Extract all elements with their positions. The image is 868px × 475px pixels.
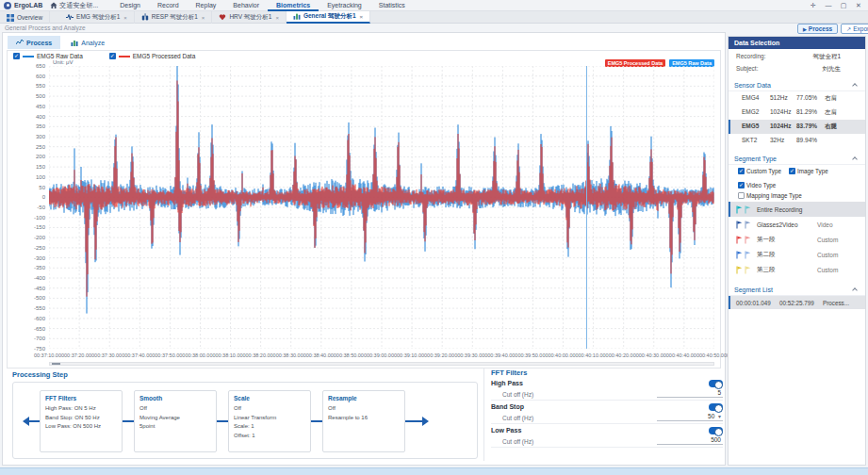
sensor-location: 右肩 — [825, 94, 853, 103]
segment-row-4[interactable]: 第三段Custom — [729, 262, 865, 277]
close-icon[interactable]: ✕ — [851, 0, 866, 10]
filter-custom-type[interactable]: ✓Custom Type — [738, 168, 781, 174]
pin-icon[interactable]: ✛ — [806, 0, 821, 10]
x-tick-label: 00:37:10.000 — [33, 352, 65, 358]
x-tick-label: 00:38:00.000 — [184, 352, 216, 358]
toggle-on-switch[interactable] — [709, 403, 723, 411]
filter-label: Image Type — [797, 168, 828, 174]
segment-type-title: Segment Type — [734, 156, 777, 162]
segment-row-3[interactable]: 第二段Custom — [729, 247, 865, 262]
checkbox-icon[interactable]: ✓ — [13, 53, 20, 59]
checkbox-icon[interactable]: ✓ — [738, 182, 745, 188]
segment-list-header[interactable]: Segment List — [729, 283, 865, 296]
processing-card-resample[interactable]: ResampleOffResample to 16 — [322, 390, 405, 452]
processing-card-line: High Pass: ON 5 Hz — [45, 404, 117, 414]
processing-card-title: Smooth — [139, 395, 211, 401]
minimize-icon[interactable]: — — [821, 0, 836, 10]
segment-type-header[interactable]: Segment Type — [729, 152, 865, 165]
cutoff-value-input[interactable]: 500 — [657, 436, 723, 445]
flow-line — [123, 420, 134, 422]
data-selection-header: Data Selection — [729, 37, 865, 49]
menu-item-statistics[interactable]: Statistics — [370, 0, 414, 11]
checkbox-icon[interactable]: ✓ — [789, 168, 795, 174]
toggle-on-switch[interactable] — [709, 427, 723, 434]
tab-label: General 驾驶分析1 — [303, 12, 356, 21]
processing-card-smooth[interactable]: SmoothOffMoving Average5point — [134, 390, 217, 452]
ergolab-window: ErgoLAB 交通安全研... DesignRecordReplayBehav… — [0, 0, 868, 475]
tab-hrv[interactable]: HRV 驾驶分析1× — [212, 11, 287, 24]
cutoff-value-input[interactable]: 5 — [657, 389, 723, 398]
menu-item-design[interactable]: Design — [111, 0, 149, 11]
selected-indicator — [729, 296, 730, 309]
processing-card-line: Off — [139, 404, 211, 414]
toggle-on-switch[interactable] — [709, 380, 723, 387]
sensor-row-emg4[interactable]: EMG4512Hz77.05%右肩 — [729, 91, 865, 106]
y-tick-label: 300 — [9, 134, 45, 139]
menu-item-behavior[interactable]: Behavior — [224, 0, 268, 11]
chart-horizontal-scrollbar[interactable] — [49, 362, 714, 366]
segment-row-0[interactable]: Entire Recording — [729, 202, 865, 217]
tab-resp[interactable]: RESP 驾驶分析1× — [135, 11, 213, 24]
fft-filter-name: Band Stop — [491, 403, 723, 410]
export-button[interactable]: ↗ Export — [841, 24, 868, 34]
y-tick-label: 550 — [9, 83, 45, 89]
tab-general[interactable]: General 驾驶分析1× — [287, 11, 370, 24]
process-panel: Process Analyze ✓EMG5 Raw Data✓EMG5 Proc… — [2, 32, 726, 466]
tab-overview[interactable]: Overview — [0, 11, 50, 24]
scrollbar-handle[interactable] — [52, 363, 60, 365]
tab-close-icon[interactable]: × — [360, 14, 364, 20]
tab-close-icon[interactable]: × — [275, 15, 279, 21]
menu-item-biometrics[interactable]: Biometrics — [268, 0, 319, 11]
segment-label: Entire Recording — [757, 206, 817, 213]
subject-row: Subject: 刘先生 — [729, 63, 865, 75]
sensor-row-emg2[interactable]: EMG21024Hz81.29%左肩 — [729, 106, 865, 120]
maximize-icon[interactable]: ▢ — [836, 0, 851, 10]
legend-line-sample — [119, 56, 130, 57]
segment-type-list: Entire RecordingGlasses2VideoVideo第一段Cus… — [729, 202, 865, 277]
tab-analyze[interactable]: Analyze — [62, 36, 113, 49]
processing-card-fft-filters[interactable]: FFT FiltersHigh Pass: ON 5 HzBand Stop: … — [40, 390, 123, 452]
fft-group-high-pass: High PassCut off (Hz)5 — [491, 377, 723, 401]
processing-card-line: Offset: 1 — [234, 432, 305, 441]
menu-item-eyetracking[interactable]: Eyetracking — [319, 0, 370, 11]
x-tick-label: 00:37:50.000 — [154, 352, 186, 358]
tab-close-icon[interactable]: × — [202, 15, 205, 21]
dropdown-caret-icon[interactable]: ▾ — [716, 414, 721, 419]
sensor-row-emg5[interactable]: EMG51024Hz83.79%右腿 — [729, 120, 865, 134]
checkbox-icon[interactable] — [738, 192, 745, 199]
time-cursor[interactable] — [586, 66, 587, 349]
process-button[interactable]: ▶ Process — [797, 24, 838, 34]
menu-item-replay[interactable]: Replay — [188, 0, 225, 11]
project-name: 交通安全研... — [59, 1, 98, 10]
y-tick-label: -450 — [9, 286, 45, 291]
processing-card-scale[interactable]: ScaleOffLinear TransformScale: 1Offset: … — [228, 390, 311, 452]
flow-line — [28, 420, 40, 422]
menu-item-record[interactable]: Record — [149, 0, 188, 11]
sensor-data-header[interactable]: Sensor Data — [729, 78, 865, 91]
emg-waveform-plot[interactable] — [49, 66, 714, 349]
segment-row-2[interactable]: 第一段Custom — [729, 232, 865, 247]
recording-value: 驾驶全程1 — [812, 53, 841, 61]
project-switcher[interactable]: 交通安全研... — [50, 1, 98, 10]
sensor-location: 右腿 — [825, 123, 853, 131]
legend-label: EMG5 Processed Data — [133, 53, 195, 59]
checkbox-icon[interactable]: ✓ — [109, 53, 116, 59]
filter-video-type[interactable]: ✓Video Type — [738, 182, 776, 188]
y-tick-label: -150 — [9, 224, 45, 230]
legend-checkbox-1[interactable]: ✓EMG5 Processed Data — [109, 53, 195, 59]
processing-card-line: Resample to 16 — [328, 414, 400, 423]
checkbox-icon[interactable]: ✓ — [738, 168, 745, 174]
sensor-row-skt2[interactable]: SKT232Hz89.94% — [729, 134, 865, 146]
filter-mapping-image-type[interactable]: Mapping Image Type — [738, 192, 802, 199]
segment-list-row-0[interactable]: 00:00:01.04900:52:25.799Process... — [729, 296, 865, 309]
segment-row-1[interactable]: Glasses2VideoVideo — [729, 217, 865, 232]
legend-checkbox-0[interactable]: ✓EMG5 Raw Data — [13, 53, 83, 59]
filter-image-type[interactable]: ✓Image Type — [789, 168, 828, 174]
fft-group-band-stop: Band StopCut off (Hz)50 ▾ — [491, 401, 723, 424]
y-tick-label: 150 — [9, 164, 45, 170]
tab-process[interactable]: Process — [8, 36, 60, 49]
cutoff-value-input[interactable]: 50 ▾ — [657, 413, 723, 421]
tab-close-icon[interactable]: × — [123, 15, 127, 21]
emg-icon — [66, 13, 74, 22]
tab-emg[interactable]: EMG 驾驶分析1× — [59, 11, 135, 24]
